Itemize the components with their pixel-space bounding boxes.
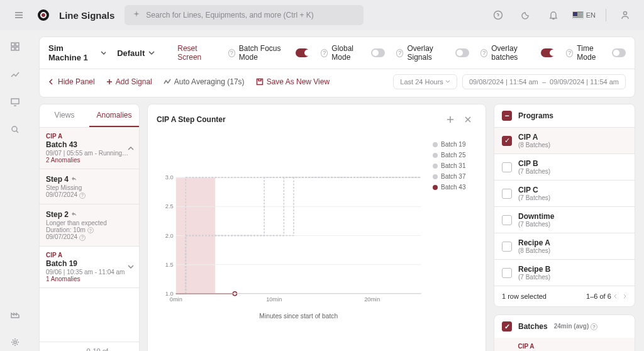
share-icon[interactable]: [70, 176, 77, 182]
prev-icon[interactable]: [613, 294, 618, 299]
close-icon[interactable]: [459, 111, 477, 128]
bell-icon[interactable]: [545, 6, 562, 24]
reset-button[interactable]: Reset Screen: [177, 44, 216, 62]
program-row[interactable]: ✓CIP A(8 Batches): [494, 128, 635, 154]
help-icon[interactable]: ?: [321, 49, 328, 57]
svg-rect-6: [11, 99, 19, 104]
language-selector[interactable]: EN: [572, 11, 596, 19]
chart-title: CIP A Step Counter: [157, 115, 226, 124]
toggle-time[interactable]: [612, 48, 626, 57]
logo: [38, 9, 49, 21]
programs-title: Programs: [518, 111, 553, 120]
hide-panel-button[interactable]: Hide Panel: [48, 77, 95, 86]
help-icon[interactable]: ?: [566, 49, 573, 57]
svg-text:Minutes since start of batch: Minutes since start of batch: [259, 313, 338, 320]
program-row[interactable]: Recipe A(8 Batches): [494, 233, 635, 260]
program-sub: (7 Batches): [518, 194, 550, 201]
add-signal-button[interactable]: Add Signal: [106, 77, 152, 86]
help-icon[interactable]: ?: [396, 49, 403, 57]
chart-plot[interactable]: 1.01.52.02.53.00min10min20minMinutes sin…: [157, 141, 428, 351]
machine-selector[interactable]: Sim Machine 1: [48, 43, 106, 62]
program-name: Recipe B: [518, 265, 550, 274]
anomaly-tag: CIP A: [46, 252, 133, 259]
svg-rect-4: [11, 47, 14, 50]
rail-settings-icon[interactable]: [6, 333, 24, 351]
help-icon[interactable]: [489, 6, 507, 24]
theme-icon[interactable]: [517, 6, 535, 24]
checkbox[interactable]: ✓: [502, 321, 512, 332]
svg-point-8: [14, 341, 16, 343]
checkbox-indeterminate[interactable]: −: [502, 111, 512, 121]
svg-point-7: [12, 126, 17, 131]
anomaly-item[interactable]: CIP ABatch 1909/06 | 10:35 am - 11:04 am…: [40, 247, 139, 288]
toggle-overlay-signals[interactable]: [455, 48, 469, 57]
help-icon[interactable]: ?: [480, 49, 487, 57]
batch-row[interactable]: ✓CIP ABatch 43 4min09/07 | 05:55 am - Ru…: [494, 338, 635, 351]
checkbox[interactable]: [502, 268, 512, 278]
mode-overlay-signals-label: Overlay Signals: [407, 44, 452, 62]
svg-text:1.5: 1.5: [165, 262, 174, 268]
anomaly-item[interactable]: Step 4 Step Missing09/07/2024 ?: [40, 169, 139, 204]
auto-averaging[interactable]: Auto Averaging (17s): [164, 77, 245, 86]
program-row[interactable]: CIP B(7 Batches): [494, 154, 635, 181]
tab-anomalies[interactable]: Anomalies: [89, 104, 139, 127]
checkbox[interactable]: ✓: [502, 136, 512, 146]
anomaly-tag: CIP A: [46, 133, 133, 140]
user-icon[interactable]: [616, 6, 634, 24]
checkbox[interactable]: [502, 189, 512, 199]
anomaly-warn: 1 Anomalies: [46, 276, 133, 282]
legend-item[interactable]: Batch 31: [433, 162, 477, 169]
layout-selector[interactable]: Default: [117, 48, 155, 58]
checkbox[interactable]: [502, 242, 512, 252]
add-icon[interactable]: [441, 111, 459, 128]
program-row[interactable]: Downtime(7 Batches): [494, 207, 635, 233]
legend-item[interactable]: Batch 19: [433, 141, 477, 148]
programs-panel: − Programs ✓CIP A(8 Batches)CIP B(7 Batc…: [494, 104, 635, 307]
legend-item[interactable]: Batch 25: [433, 152, 477, 159]
svg-text:0min: 0min: [170, 296, 182, 303]
rail-monitor-icon[interactable]: [6, 93, 24, 111]
anomaly-meta: 09/06 | 10:35 am - 11:04 am: [46, 269, 133, 276]
legend-item[interactable]: Batch 43: [433, 184, 477, 191]
help-icon[interactable]: ?: [591, 323, 597, 330]
menu-icon[interactable]: [10, 6, 28, 24]
program-sub: (8 Batches): [518, 247, 550, 254]
toggle-overlay-batches[interactable]: [541, 48, 555, 57]
chevron-up-icon[interactable]: [128, 145, 134, 152]
save-view-button[interactable]: Save As New View: [256, 77, 330, 86]
toggle-batch-focus[interactable]: [296, 48, 309, 57]
anomaly-item[interactable]: Step 2 Longer than expectedDuration: 10m…: [40, 204, 139, 247]
rail-dashboard-icon[interactable]: [6, 38, 24, 55]
help-icon[interactable]: ?: [228, 49, 235, 57]
svg-rect-5: [16, 47, 19, 50]
chevron-down-icon[interactable]: [128, 264, 134, 270]
program-row[interactable]: CIP C(7 Batches): [494, 181, 635, 207]
tab-views[interactable]: Views: [40, 104, 89, 127]
batches-panel: ✓ Batches 24min (avg) ? ✓CIP ABatch 43 4…: [494, 315, 635, 351]
sparkle-icon: [132, 11, 141, 20]
share-icon[interactable]: [70, 211, 77, 217]
anomaly-meta: 09/07 | 05:55 am - Running…: [46, 150, 133, 157]
svg-text:10min: 10min: [266, 296, 282, 303]
rail-factory-icon[interactable]: [6, 306, 24, 323]
checkbox[interactable]: [502, 215, 512, 225]
checkbox[interactable]: [502, 162, 512, 172]
search-input[interactable]: Search for Lines, Equipments, and more (…: [125, 5, 364, 25]
svg-rect-3: [16, 43, 19, 46]
program-row[interactable]: Recipe B(7 Batches): [494, 260, 635, 286]
rail-trends-icon[interactable]: [6, 65, 24, 83]
anomaly-item[interactable]: CIP ABatch 4309/07 | 05:55 am - Running……: [40, 128, 139, 169]
anomaly-warn: 2 Anomalies: [46, 157, 133, 164]
program-sub: (7 Batches): [518, 221, 554, 228]
toggle-global[interactable]: [371, 48, 385, 57]
next-icon[interactable]: [622, 294, 627, 299]
range-preset[interactable]: Last 24 Hours: [393, 74, 457, 89]
chevron-down-icon: [101, 50, 106, 56]
svg-text:2.5: 2.5: [165, 203, 174, 209]
mode-overlay-batches-label: Overlay batches: [491, 44, 537, 62]
legend-item[interactable]: Batch 37: [433, 173, 477, 180]
range-dates[interactable]: 09/08/2024 | 11:54 am – 09/09/2024 | 11:…: [462, 74, 626, 89]
program-name: CIP A: [518, 133, 550, 142]
mode-global-label: Global Mode: [331, 44, 367, 62]
rail-search-icon[interactable]: [6, 121, 24, 138]
